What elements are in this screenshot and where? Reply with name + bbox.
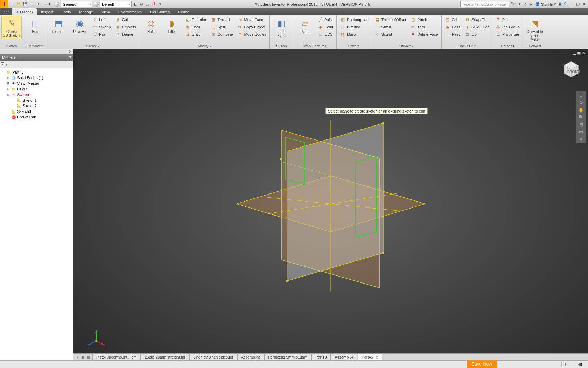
circular-button[interactable]: ◌Circular <box>338 23 369 30</box>
expand-icon[interactable]: ⊞ <box>6 76 10 80</box>
chamfer-button[interactable]: ◣Chamfer <box>183 16 208 23</box>
tab-inspect[interactable]: Inspect <box>37 8 57 15</box>
point-button[interactable]: ◆Point <box>316 23 335 30</box>
select-icon[interactable]: ▭ <box>41 1 47 7</box>
exchange-icon[interactable]: ✖ <box>558 2 562 7</box>
redo-icon[interactable]: ↷ <box>35 1 41 7</box>
signin-button[interactable]: 👤Sign In▾ <box>535 2 556 6</box>
shell-button[interactable]: ▣Shell <box>183 23 208 30</box>
combine-button[interactable]: ⊕Combine <box>209 31 235 38</box>
create-2d-sketch-button[interactable]: ✎ Create 2D Sketch <box>1 16 22 39</box>
qat-dropdown-icon[interactable]: ▾ <box>158 1 163 7</box>
doctab-list-icon[interactable]: ▸ <box>75 355 80 360</box>
browser-options-icon[interactable]: ? <box>69 56 71 60</box>
tree-item[interactable]: 📐Sketch1 <box>1 97 72 103</box>
doc-close-icon[interactable]: ✕ <box>582 50 585 55</box>
viewcube[interactable]: FRONT RIGHT <box>561 60 581 79</box>
adjust-icon[interactable]: ◐ <box>132 1 138 7</box>
tab-environments[interactable]: Environments <box>114 8 146 15</box>
tree-item[interactable]: ⊟⚠Sweep1 <box>1 92 72 97</box>
rule-fillet-button[interactable]: ◗Rule Fillet <box>463 23 490 30</box>
maximize-icon[interactable]: ▢ <box>575 2 580 7</box>
zoom-all-icon[interactable]: ⊞ <box>579 122 583 127</box>
hole-button[interactable]: ◎Hole <box>141 16 161 35</box>
thicken-button[interactable]: ⬓Thicken/Offset <box>373 16 408 23</box>
doctab-close-icon[interactable]: ⊠ <box>376 356 378 359</box>
axis-button[interactable]: ╱Axis <box>316 16 335 23</box>
doctab-tile-icon[interactable]: ▦ <box>80 355 85 360</box>
document-tab[interactable]: Part10 <box>312 354 330 360</box>
zoom-icon[interactable]: 🔍 <box>578 115 584 120</box>
doc-restore-icon[interactable]: ▣ <box>577 50 581 55</box>
patch-button[interactable]: ▢Patch <box>408 16 440 23</box>
box-button[interactable]: ◫ Box <box>25 16 45 35</box>
split-button[interactable]: ⊟Split <box>209 23 235 30</box>
document-tab[interactable]: 3inch by 3inch sides.ipt <box>189 354 237 360</box>
appearance-combo[interactable]: Default <box>100 1 132 7</box>
pin-button[interactable]: 📍Pin <box>493 16 522 23</box>
draft-button[interactable]: ◢Draft <box>183 31 208 38</box>
boss-button[interactable]: ◉Boss <box>443 23 462 30</box>
expand-icon[interactable]: ⊞ <box>6 82 10 85</box>
tab-tools[interactable]: Tools <box>58 8 75 15</box>
properties-button[interactable]: ☰Properties <box>493 31 522 38</box>
tab-get-started[interactable]: Get Started <box>146 8 174 15</box>
coil-button[interactable]: §Coil <box>113 16 138 23</box>
trim-button[interactable]: ✂Trim <box>408 23 440 30</box>
document-tab[interactable]: BAsic 20mm streight.ipt <box>141 354 189 360</box>
emboss-button[interactable]: ◈Emboss <box>113 23 138 30</box>
binoculars-icon[interactable]: 🔭 <box>511 2 516 7</box>
search-input[interactable]: Type a keyword or phrase <box>460 1 509 7</box>
material-sphere-icon[interactable] <box>55 2 59 7</box>
rib-button[interactable]: ▽Rib <box>90 31 113 38</box>
pin-group-button[interactable]: ⁂Pin Group <box>493 23 522 30</box>
fx-icon[interactable]: fx <box>145 1 150 7</box>
convert-sheet-metal-button[interactable]: ⬔Convert to Sheet Metal <box>525 16 545 43</box>
key-icon[interactable]: ✦ <box>518 2 522 7</box>
tree-item[interactable]: ⊞🧊Solid Bodies(1) <box>1 75 72 81</box>
filter-icon[interactable]: ∇ <box>1 62 4 67</box>
ucs-button[interactable]: ∟UCS <box>316 31 335 38</box>
snap-fit-button[interactable]: ⊓Snap Fit <box>463 16 490 23</box>
move-face-button[interactable]: ⇥Move Face <box>236 16 268 23</box>
stitch-button[interactable]: ⋯Stitch <box>373 23 408 30</box>
tree-item[interactable]: ⊞👁View: Master <box>1 81 72 86</box>
appearance-sphere-icon[interactable] <box>94 2 99 7</box>
home-icon[interactable]: ⌂ <box>580 93 582 98</box>
browser-find-icon[interactable]: ⌕ <box>6 62 9 67</box>
extrude-button[interactable]: ⬒Extrude <box>48 16 69 35</box>
tab-view[interactable]: View <box>97 8 114 15</box>
browser-header[interactable]: Model ▾ ? <box>0 54 73 61</box>
move-bodies-button[interactable]: ✥Move Bodies <box>236 31 268 38</box>
grill-button[interactable]: ▤Grill <box>443 16 462 23</box>
sweep-button[interactable]: 〰Sweep <box>90 23 113 30</box>
navbar-more-icon[interactable]: ▾ <box>580 137 582 142</box>
material-combo[interactable]: Generic <box>61 1 92 7</box>
document-tab[interactable]: Part45 ⊠ <box>358 354 382 360</box>
orbit-icon[interactable]: ↻ <box>579 100 583 105</box>
document-tab[interactable]: Assembly4 <box>331 354 358 360</box>
tree-item[interactable]: 📐Sketch3 <box>1 109 72 114</box>
expand-icon[interactable]: ⊞ <box>6 87 10 91</box>
delete-face-button[interactable]: ✕Delete Face <box>408 31 440 38</box>
new-icon[interactable]: ▫ <box>10 1 15 7</box>
viewport-3d[interactable]: ▁ ▣ ✕ FRONT RIGHT ⌂ ↻ ✋ 🔍 ⊞ ▭ ▾ <box>74 49 588 360</box>
rectangular-button[interactable]: ▦Rectangular <box>338 16 369 23</box>
save-icon[interactable]: 💾 <box>22 1 28 7</box>
help-icon[interactable]: ? <box>564 2 566 7</box>
browser-close-icon[interactable]: ✕ <box>0 49 73 54</box>
document-tab[interactable]: Assembly2 <box>237 354 264 360</box>
lip-button[interactable]: ⊐Lip <box>463 31 490 38</box>
document-tab[interactable]: Pistol undermount...iam <box>92 354 141 360</box>
doc-minimize-icon[interactable]: ▁ <box>573 50 576 55</box>
doctab-arrange-icon[interactable]: ▤ <box>86 355 91 360</box>
thread-button[interactable]: ▦Thread <box>209 16 235 23</box>
tree-item[interactable]: 📁Part45 <box>1 69 72 75</box>
tab-3d-model[interactable]: 3D Model <box>12 8 37 15</box>
wrench-icon[interactable]: ✧ <box>524 2 527 7</box>
rest-button[interactable]: ▭Rest <box>443 31 462 38</box>
revolve-button[interactable]: ◉Revolve <box>69 16 90 35</box>
save-now-button[interactable]: Save Now <box>467 360 497 368</box>
close-icon[interactable]: ✕ <box>582 2 587 7</box>
star-icon[interactable]: ★ <box>529 2 533 7</box>
